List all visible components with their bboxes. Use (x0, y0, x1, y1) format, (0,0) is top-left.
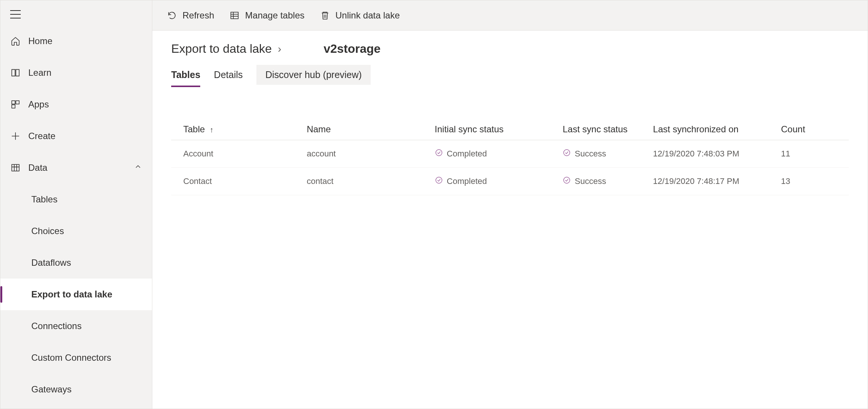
home-icon (10, 36, 21, 46)
sidebar: Home Learn Apps Create Data Tables Choic… (0, 0, 152, 409)
svg-rect-0 (12, 101, 15, 104)
refresh-button[interactable]: Refresh (167, 10, 214, 21)
grid-icon (10, 99, 21, 110)
svg-rect-3 (12, 164, 19, 171)
sidebar-subitem-dataflows[interactable]: Dataflows (0, 247, 152, 279)
sidebar-subitem-label: Gateways (31, 384, 72, 395)
svg-rect-2 (12, 105, 15, 108)
column-header-last-sync[interactable]: Last sync status (555, 119, 646, 140)
sidebar-item-label: Apps (28, 99, 49, 110)
sidebar-item-label: Data (28, 162, 48, 173)
cell-initial-sync: Completed (427, 168, 555, 195)
table-row[interactable]: Account account Completed (171, 140, 849, 168)
cell-last-sync: Success (555, 140, 646, 168)
book-icon (10, 67, 21, 78)
tab-label: Tables (171, 69, 200, 80)
checkmark-circle-icon (563, 176, 571, 187)
sidebar-subitem-label: Connections (31, 321, 81, 331)
tables-grid: Table ↑ Name Initial sync status Last sy… (171, 119, 849, 195)
cell-name: contact (299, 168, 427, 195)
svg-point-6 (564, 150, 570, 156)
cell-count: 11 (773, 140, 849, 168)
sidebar-subitem-export-to-data-lake[interactable]: Export to data lake (0, 279, 152, 310)
svg-rect-1 (16, 101, 19, 104)
sidebar-item-home[interactable]: Home (0, 25, 152, 57)
trash-icon (320, 10, 330, 21)
tab-discover-hub[interactable]: Discover hub (preview) (256, 65, 371, 85)
cell-last-sync: Success (555, 168, 646, 195)
sidebar-subitem-gateways[interactable]: Gateways (0, 374, 152, 405)
sort-ascending-icon: ↑ (210, 126, 213, 134)
cell-last-synced-on: 12/19/2020 7:48:17 PM (646, 168, 773, 195)
column-header-initial-sync[interactable]: Initial sync status (427, 119, 555, 140)
sidebar-subitem-custom-connectors[interactable]: Custom Connectors (0, 342, 152, 374)
breadcrumb: Export to data lake › v2storage (171, 42, 849, 56)
cell-count: 13 (773, 168, 849, 195)
sidebar-item-learn[interactable]: Learn (0, 57, 152, 89)
tab-label: Discover hub (preview) (265, 69, 362, 80)
hamburger-menu-button[interactable] (10, 10, 21, 18)
sidebar-item-apps[interactable]: Apps (0, 89, 152, 120)
sidebar-subitem-label: Choices (31, 226, 64, 236)
cell-last-synced-on: 12/19/2020 7:48:03 PM (646, 140, 773, 168)
toolbar-label: Unlink data lake (336, 10, 400, 21)
toolbar-label: Manage tables (245, 10, 304, 21)
main-content: Refresh Manage tables Unlink data lake E… (152, 0, 868, 409)
cell-table: Contact (171, 168, 299, 195)
plus-icon (10, 131, 21, 141)
svg-point-8 (564, 177, 570, 184)
sidebar-subitem-connections[interactable]: Connections (0, 310, 152, 342)
column-header-name[interactable]: Name (299, 119, 427, 140)
cell-name: account (299, 140, 427, 168)
command-bar: Refresh Manage tables Unlink data lake (152, 0, 868, 31)
tab-list: Tables Details Discover hub (preview) (171, 65, 849, 85)
sidebar-item-create[interactable]: Create (0, 120, 152, 152)
sidebar-item-data[interactable]: Data (0, 152, 152, 184)
table-icon (10, 162, 21, 173)
svg-rect-4 (231, 12, 238, 18)
sidebar-item-label: Create (28, 131, 55, 141)
chevron-up-icon (134, 162, 142, 173)
column-header-table[interactable]: Table ↑ (171, 119, 299, 140)
refresh-icon (167, 10, 177, 21)
tab-label: Details (214, 69, 242, 80)
checkmark-circle-icon (435, 149, 443, 159)
toolbar-label: Refresh (182, 10, 214, 21)
unlink-data-lake-button[interactable]: Unlink data lake (320, 10, 400, 21)
checkmark-circle-icon (435, 176, 443, 187)
sidebar-subitem-label: Custom Connectors (31, 352, 111, 363)
table-row[interactable]: Contact contact Completed (171, 168, 849, 195)
breadcrumb-redacted-prefix (287, 43, 317, 55)
sidebar-item-label: Home (28, 36, 52, 46)
svg-point-7 (436, 177, 442, 184)
manage-tables-button[interactable]: Manage tables (229, 10, 304, 21)
tab-details[interactable]: Details (214, 65, 242, 85)
table-manage-icon (229, 10, 240, 21)
sidebar-subitem-tables[interactable]: Tables (0, 184, 152, 215)
sidebar-subitem-label: Dataflows (31, 257, 71, 268)
sidebar-subitem-label: Export to data lake (31, 289, 112, 300)
breadcrumb-current: v2storage (324, 42, 380, 56)
column-header-last-synchronized-on[interactable]: Last synchronized on (646, 119, 773, 140)
checkmark-circle-icon (563, 149, 571, 159)
sidebar-item-label: Learn (28, 67, 51, 78)
cell-initial-sync: Completed (427, 140, 555, 168)
table-header-row: Table ↑ Name Initial sync status Last sy… (171, 119, 849, 140)
content-area: Export to data lake › v2storage Tables D… (152, 31, 868, 409)
svg-point-5 (436, 150, 442, 156)
breadcrumb-root[interactable]: Export to data lake (171, 42, 272, 56)
tab-tables[interactable]: Tables (171, 65, 200, 85)
sidebar-subitem-label: Tables (31, 194, 57, 205)
sidebar-subitem-choices[interactable]: Choices (0, 215, 152, 247)
column-header-count[interactable]: Count (773, 119, 849, 140)
chevron-right-icon: › (278, 43, 281, 55)
cell-table: Account (171, 140, 299, 168)
